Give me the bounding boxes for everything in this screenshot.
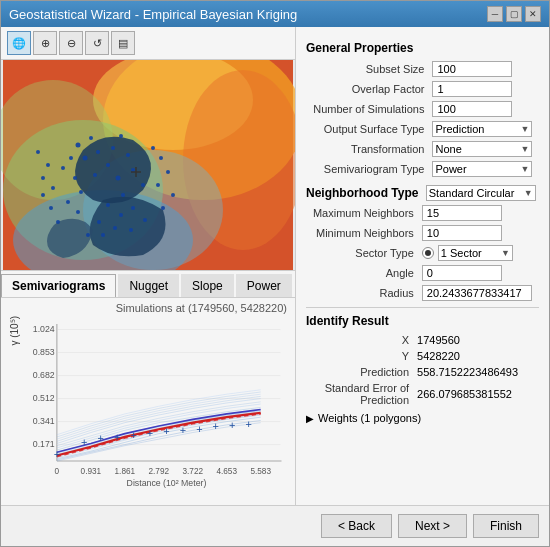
svg-point-32 — [73, 176, 77, 180]
sector-type-control: 1 Sector ▼ — [422, 245, 537, 261]
min-neighbors-value[interactable]: 10 — [422, 225, 502, 241]
sector-type-row: Sector Type 1 Sector ▼ — [306, 243, 539, 263]
left-panel: 🌐 ⊕ ⊖ ↺ ▤ — [1, 27, 296, 505]
sector-type-label: Sector Type — [306, 243, 420, 263]
refresh-button[interactable]: ↺ — [85, 31, 109, 55]
svg-point-40 — [41, 176, 45, 180]
restore-button[interactable]: ▢ — [506, 6, 522, 22]
output-surface-select[interactable]: Prediction ▼ — [432, 121, 532, 137]
identify-section: Identify Result X 1749560 Y 5428220 Pred… — [306, 314, 539, 424]
chart-inner: 1.024 0.853 0.682 0.512 0.341 0.171 0 0.… — [24, 316, 287, 491]
svg-text:4.653: 4.653 — [216, 467, 237, 476]
svg-text:+: + — [81, 436, 87, 448]
overlap-factor-value[interactable]: 1 — [432, 81, 512, 97]
identify-table: X 1749560 Y 5428220 Prediction 558.71522… — [306, 332, 539, 408]
svg-text:+: + — [213, 420, 219, 432]
tab-slope[interactable]: Slope — [181, 274, 234, 297]
weights-row[interactable]: ▶ Weights (1 polygons) — [306, 412, 539, 424]
svg-text:5.583: 5.583 — [250, 467, 271, 476]
max-neighbors-row: Maximum Neighbors 15 — [306, 203, 539, 223]
finish-button[interactable]: Finish — [473, 514, 539, 538]
svg-point-16 — [93, 173, 97, 177]
svg-text:+: + — [147, 427, 153, 439]
min-neighbors-row: Minimum Neighbors 10 — [306, 223, 539, 243]
map-container[interactable] — [1, 60, 295, 270]
sector-radio[interactable] — [422, 247, 434, 259]
svg-point-42 — [36, 150, 40, 154]
svg-point-43 — [151, 146, 155, 150]
transformation-label: Transformation — [306, 139, 430, 159]
svg-point-28 — [101, 233, 105, 237]
tabs-row: Semivariograms Nugget Slope Power — [1, 270, 295, 298]
std-error-label: Standard Error ofPrediction — [306, 380, 415, 408]
svg-point-41 — [46, 163, 50, 167]
svg-point-38 — [41, 193, 45, 197]
radius-value[interactable]: 20.2433677833417 — [422, 285, 532, 301]
transformation-select[interactable]: None ▼ — [432, 141, 532, 157]
sector-type-arrow: ▼ — [501, 248, 510, 258]
window-controls: ─ ▢ ✕ — [487, 6, 541, 22]
subset-size-row: Subset Size 100 — [306, 59, 539, 79]
svg-point-21 — [106, 203, 110, 207]
svg-point-19 — [141, 183, 145, 187]
max-neighbors-label: Maximum Neighbors — [306, 203, 420, 223]
svg-point-10 — [96, 150, 100, 154]
svg-point-17 — [116, 176, 121, 181]
neighborhood-type-select[interactable]: Standard Circular ▼ — [426, 185, 536, 201]
globe-button[interactable]: 🌐 — [7, 31, 31, 55]
svg-text:+: + — [98, 432, 104, 444]
svg-text:+: + — [229, 419, 235, 431]
svg-point-9 — [89, 136, 93, 140]
layers-button[interactable]: ▤ — [111, 31, 135, 55]
angle-value[interactable]: 0 — [422, 265, 502, 281]
num-simulations-label: Number of Simulations — [306, 99, 430, 119]
max-neighbors-value[interactable]: 15 — [422, 205, 502, 221]
angle-row: Angle 0 — [306, 263, 539, 283]
semivariogram-type-row: Semivariogram Type Power ▼ — [306, 159, 539, 179]
y-coord-row: Y 5428220 — [306, 348, 539, 364]
x-coord-row: X 1749560 — [306, 332, 539, 348]
svg-text:Distance (10² Meter): Distance (10² Meter) — [127, 478, 207, 488]
identify-title: Identify Result — [306, 314, 539, 328]
zoom-in-button[interactable]: ⊕ — [33, 31, 57, 55]
svg-point-36 — [56, 220, 60, 224]
prediction-value: 558.7152223486493 — [417, 366, 518, 378]
zoom-out-button[interactable]: ⊖ — [59, 31, 83, 55]
svg-point-47 — [171, 193, 175, 197]
sector-type-select[interactable]: 1 Sector ▼ — [438, 245, 513, 261]
divider — [306, 307, 539, 308]
num-simulations-value[interactable]: 100 — [432, 101, 512, 117]
svg-point-44 — [159, 156, 163, 160]
tab-nugget[interactable]: Nugget — [118, 274, 179, 297]
svg-point-25 — [129, 228, 133, 232]
svg-point-8 — [76, 143, 81, 148]
right-panel: General Properties Subset Size 100 Overl… — [296, 27, 549, 505]
next-button[interactable]: Next > — [398, 514, 467, 538]
minimize-button[interactable]: ─ — [487, 6, 503, 22]
svg-point-22 — [119, 213, 123, 217]
transformation-arrow: ▼ — [521, 144, 530, 154]
output-surface-row: Output Surface Type Prediction ▼ — [306, 119, 539, 139]
back-button[interactable]: < Back — [321, 514, 392, 538]
y-coord-label: Y — [306, 348, 415, 364]
svg-text:1.024: 1.024 — [33, 324, 55, 334]
svg-point-30 — [69, 156, 73, 160]
svg-text:2.792: 2.792 — [149, 467, 170, 476]
close-button[interactable]: ✕ — [525, 6, 541, 22]
tab-power[interactable]: Power — [236, 274, 292, 297]
semivariogram-type-select[interactable]: Power ▼ — [432, 161, 532, 177]
general-properties-table: Subset Size 100 Overlap Factor 1 Number … — [306, 59, 539, 179]
overlap-factor-label: Overlap Factor — [306, 79, 430, 99]
main-window: Geostatistical Wizard - Empirical Bayesi… — [0, 0, 550, 547]
svg-point-12 — [111, 146, 115, 150]
radius-row: Radius 20.2433677833417 — [306, 283, 539, 303]
tab-semivariograms[interactable]: Semivariograms — [1, 274, 116, 297]
svg-text:1.861: 1.861 — [115, 467, 136, 476]
title-bar: Geostatistical Wizard - Empirical Bayesi… — [1, 1, 549, 27]
min-neighbors-label: Minimum Neighbors — [306, 223, 420, 243]
svg-text:0.853: 0.853 — [33, 347, 55, 357]
svg-point-45 — [166, 170, 170, 174]
general-properties-title: General Properties — [306, 41, 539, 55]
subset-size-value[interactable]: 100 — [432, 61, 512, 77]
svg-text:0.171: 0.171 — [33, 439, 55, 449]
